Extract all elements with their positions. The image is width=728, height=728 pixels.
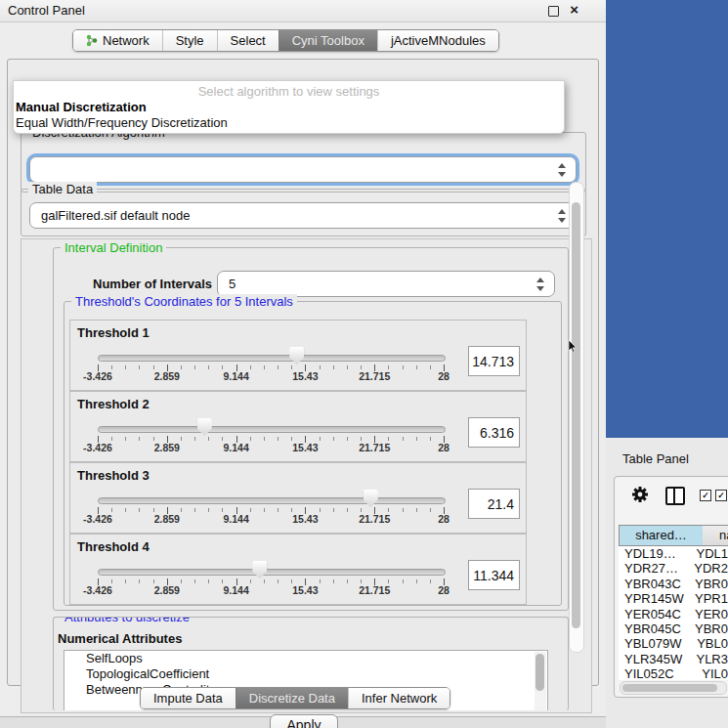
slider-tick-labels: -3.426 2.859 9.144 15.43 21.715 28 — [98, 442, 444, 453]
tab-discretize-data[interactable]: Discretize Data — [236, 688, 348, 708]
number-of-intervals-label: Number of Intervals — [93, 277, 212, 291]
column-header-shared[interactable]: shared… — [619, 525, 704, 546]
threshold-value-field[interactable] — [468, 346, 520, 376]
list-item[interactable]: SelfLoops — [64, 651, 547, 666]
tab-label: jActiveMNodules — [391, 33, 486, 48]
panel-scrollbar[interactable] — [569, 182, 584, 653]
cyni-bottom-tabs: Impute Data Discretize Data Infer Networ… — [140, 687, 450, 709]
cell[interactable]: YLR3 — [693, 652, 728, 666]
table-row[interactable]: YER054CYER0 — [619, 607, 728, 621]
cell[interactable]: YPR1 — [692, 591, 728, 606]
cell[interactable]: YIL052C — [619, 666, 699, 680]
number-of-intervals-combobox[interactable]: 5 — [217, 271, 555, 297]
slider-track[interactable] — [98, 426, 446, 433]
list-scrollbar[interactable] — [535, 652, 546, 710]
cell[interactable]: YER054C — [619, 607, 692, 621]
column-header-name[interactable]: na — [703, 525, 728, 546]
threshold-value-field[interactable] — [468, 417, 520, 448]
scrollbar-thumb[interactable] — [622, 684, 717, 692]
apply-button[interactable]: Apply — [270, 714, 338, 728]
table-row[interactable]: YDL19…YDL1 — [619, 546, 728, 561]
cell[interactable]: YBR0 — [692, 621, 728, 636]
list-item[interactable]: TopologicalCoefficient — [64, 666, 547, 682]
threshold-3-slider[interactable]: -3.426 2.859 9.144 15.43 21.715 28 — [98, 489, 444, 528]
checkbox-icon[interactable]: ✓ — [700, 490, 711, 501]
table-row[interactable]: YIL052CYIL0 — [619, 666, 728, 680]
cell[interactable]: YDL1 — [693, 546, 728, 561]
cell[interactable]: YBR0 — [692, 577, 728, 591]
tab-network[interactable]: Network — [73, 30, 162, 51]
tick-label: -3.426 — [83, 513, 112, 525]
cell[interactable]: YPR145W — [619, 591, 692, 606]
tab-select[interactable]: Select — [217, 30, 278, 51]
table-row[interactable]: YDR27…YDR2 — [619, 561, 728, 576]
slider-thumb[interactable] — [197, 418, 212, 436]
tab-infer-network[interactable]: Infer Network — [348, 688, 450, 708]
cell[interactable]: YIL0 — [699, 666, 728, 680]
tick-label: 28 — [438, 584, 450, 596]
tick-label: -3.426 — [83, 370, 112, 382]
cell[interactable]: YBR043C — [619, 577, 692, 591]
number-of-intervals-value: 5 — [229, 277, 236, 291]
combo-stepper-icon — [536, 278, 545, 291]
slider-track[interactable] — [98, 355, 446, 362]
cell[interactable]: YBR045C — [619, 621, 692, 636]
tab-style[interactable]: Style — [162, 30, 217, 51]
network-view-frame: GAL80 GA C GAL11 GAL4 GCY1 H HAP2 — [606, 0, 728, 438]
table-row[interactable]: YBL079WYBL0 — [619, 636, 728, 651]
control-panel-tabs: Network Style Select Cyni Toolbox jActiv… — [72, 29, 499, 52]
scrollbar-thumb[interactable] — [572, 202, 580, 628]
cell[interactable]: YDR2 — [691, 561, 728, 576]
table-data-selected: galFiltered.sif default node — [41, 208, 190, 223]
popup-option-equal-width[interactable]: Equal Width/Frequency Discretization — [16, 115, 228, 130]
tab-label: Impute Data — [153, 691, 223, 706]
algorithm-combobox[interactable] — [29, 156, 577, 183]
float-window-icon[interactable] — [548, 6, 559, 17]
threshold-value-field[interactable] — [468, 560, 520, 590]
numerical-attributes-label: Numerical Attributes — [58, 631, 182, 646]
threshold-panel-3: Threshold 3 -3.426 2.859 9.144 15.43 21.… — [69, 462, 527, 534]
table-horizontal-scrollbar[interactable] — [620, 681, 727, 695]
threshold-4-slider[interactable]: -3.426 2.859 9.144 15.43 21.715 28 — [98, 560, 444, 599]
threshold-panel-4: Threshold 4 -3.426 2.859 9.144 15.43 21.… — [69, 534, 527, 605]
control-panel-title: Control Panel — [8, 3, 85, 18]
tab-jactivemnodules[interactable]: jActiveMNodules — [377, 30, 498, 51]
threshold-value-field[interactable] — [468, 489, 520, 519]
tick-label: 15.43 — [292, 370, 318, 382]
popup-option-manual[interactable]: Manual Discretization — [16, 100, 147, 114]
slider-track[interactable] — [98, 569, 446, 576]
threshold-2-slider[interactable]: -3.426 2.859 9.144 15.43 21.715 28 — [98, 417, 444, 456]
tab-impute-data[interactable]: Impute Data — [141, 688, 236, 708]
slider-thumb[interactable] — [289, 347, 304, 364]
tick-label: 21.715 — [359, 370, 390, 382]
table-row[interactable]: YBR045CYBR0 — [619, 621, 728, 636]
table-row[interactable]: YPR145WYPR1 — [619, 591, 728, 606]
table-data-combobox[interactable]: galFiltered.sif default node — [29, 202, 577, 229]
tab-label: Network — [103, 33, 150, 48]
cell[interactable]: YBL079W — [619, 636, 694, 651]
slider-thumb[interactable] — [252, 561, 267, 578]
table-row[interactable]: YBR043CYBR0 — [619, 577, 728, 591]
cell[interactable]: YER0 — [692, 607, 728, 621]
group-title: Interval Definition — [61, 240, 166, 255]
column-layout-icon[interactable] — [665, 487, 685, 505]
gear-icon[interactable] — [631, 486, 649, 503]
scrollbar-thumb[interactable] — [535, 654, 544, 691]
tab-cyni-toolbox[interactable]: Cyni Toolbox — [278, 30, 377, 51]
threshold-panel-2: Threshold 2 -3.426 2.859 9.144 15.43 21.… — [69, 391, 527, 462]
node-table[interactable]: YDL19…YDL1 YDR27…YDR2 YBR043CYBR0 YPR145… — [619, 546, 728, 680]
slider-track[interactable] — [98, 497, 446, 504]
close-icon[interactable]: × — [570, 1, 578, 18]
threshold-1-slider[interactable]: -3.426 2.859 9.144 15.43 21.715 28 — [98, 346, 444, 385]
cell[interactable]: YLR345W — [619, 652, 693, 666]
tick-label: 21.715 — [359, 584, 390, 596]
checkbox-icon[interactable]: ✓ — [715, 490, 727, 501]
tab-label: Cyni Toolbox — [292, 33, 364, 48]
cell[interactable]: YBL0 — [694, 636, 728, 651]
tick-label: 28 — [438, 370, 450, 382]
table-row[interactable]: YLR345WYLR3 — [619, 652, 728, 666]
slider-thumb[interactable] — [364, 490, 378, 507]
combo-stepper-icon — [558, 163, 567, 177]
cell[interactable]: YDR27… — [619, 561, 691, 576]
cell[interactable]: YDL19… — [619, 546, 693, 561]
